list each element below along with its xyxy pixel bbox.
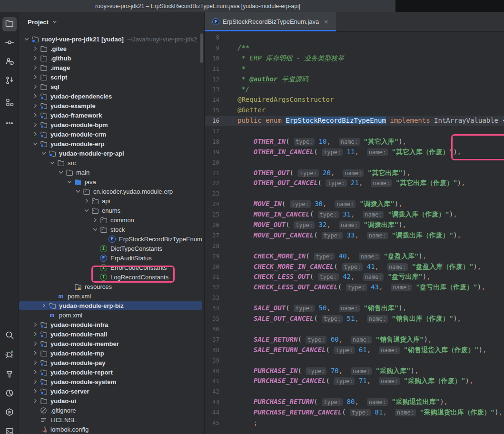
line-number[interactable]: 16 — [205, 116, 234, 126]
tree-item-yudao-module-erp-biz[interactable]: yudao-module-erp-biz — [19, 301, 202, 310]
tree-item-sql[interactable]: sql — [19, 82, 204, 91]
line-number[interactable]: 24 — [205, 199, 234, 209]
code-line-21[interactable]: 21 OTHER_OUT( type: 20, name: "其它出库"), — [205, 168, 504, 178]
line-number[interactable]: 45 — [205, 418, 234, 428]
tree-item-resources[interactable]: resources — [19, 282, 204, 291]
code-line-28[interactable]: 28 — [205, 241, 504, 251]
tree-item-yudao-module-system[interactable]: yudao-module-system — [19, 377, 204, 386]
line-number[interactable]: 31 — [205, 272, 234, 282]
tree-item-src[interactable]: src — [19, 158, 204, 168]
pull-requests-tool-button[interactable] — [2, 74, 17, 89]
line-number[interactable]: 11 — [205, 64, 234, 74]
line-number[interactable]: 20 — [205, 158, 234, 168]
tree-item-gitee[interactable]: .gitee — [19, 44, 204, 53]
tree-item-java[interactable]: java — [19, 177, 204, 187]
tree-item-logrecordconstants[interactable]: ILogRecordConstants — [19, 272, 204, 282]
tree-item-common[interactable]: common — [19, 215, 204, 225]
code-line-17[interactable]: 17 — [205, 126, 504, 137]
tree-scrollbar[interactable] — [200, 33, 203, 63]
code-line-35[interactable]: 35 SALE_OUT_CANCEL( type: 51, name: "销售出… — [205, 314, 504, 324]
tree-item-yudao-module-report[interactable]: yudao-module-report — [19, 367, 204, 377]
chevron-down-icon[interactable] — [82, 207, 91, 214]
code-line-11[interactable]: 11 * — [205, 64, 504, 74]
project-tool-button[interactable] — [2, 17, 17, 31]
tree-item-license[interactable]: LICENSE — [19, 415, 204, 424]
tree-item-yudao-module-pay[interactable]: yudao-module-pay — [19, 358, 204, 367]
tree-item-pom-xml[interactable]: mpom.xml — [19, 310, 204, 320]
tree-item-yudao-module-erp[interactable]: yudao-module-erp — [19, 139, 204, 148]
line-number[interactable]: 8 — [205, 32, 234, 43]
line-number[interactable]: 33 — [205, 293, 234, 303]
chevron-down-icon[interactable] — [91, 226, 99, 233]
tree-item-ruoyi-vue-pro-jdk21-yudao[interactable]: ruoyi-vue-pro-jdk21 [yudao]~/Java/ruoyi-… — [19, 34, 204, 44]
line-number[interactable]: 18 — [205, 137, 234, 147]
chevron-right-icon[interactable] — [31, 92, 40, 100]
code-line-23[interactable]: 23 — [205, 188, 504, 199]
code-line-27[interactable]: 27 MOVE_OUT_CANCEL( type: 33, name: "调拨出… — [205, 230, 504, 241]
tree-item-gitignore[interactable]: .gitignore — [19, 405, 204, 415]
line-number[interactable]: 17 — [205, 126, 234, 137]
code-line-33[interactable]: 33 — [205, 293, 504, 303]
chevron-right-icon[interactable] — [31, 387, 40, 395]
terminal-tool-button[interactable] — [2, 425, 17, 434]
chevron-down-icon[interactable] — [57, 168, 65, 176]
chevron-down-icon[interactable] — [65, 178, 74, 186]
tab-erpstockrecordbiztypeenum[interactable]: E ErpStockRecordBizTypeEnum.java ✕ — [205, 12, 336, 31]
line-number[interactable]: 42 — [205, 386, 234, 397]
line-number[interactable]: 32 — [205, 282, 234, 293]
chevron-right-icon[interactable] — [31, 130, 40, 138]
line-number[interactable]: 34 — [205, 303, 234, 314]
chevron-down-icon[interactable] — [51, 19, 58, 25]
code-line-16[interactable]: 16public enum ErpStockRecordBizTypeEnum … — [205, 116, 504, 126]
line-number[interactable]: 40 — [205, 366, 234, 376]
code-line-22[interactable]: 22 OTHER_OUT_CANCEL( type: 21, name: "其它… — [205, 178, 504, 188]
code-line-42[interactable]: 42 — [205, 386, 504, 397]
code-line-10[interactable]: 10 * ERP 库存明细 - 业务类型枚举 — [205, 53, 504, 64]
chevron-down-icon[interactable] — [22, 35, 31, 43]
tree-item-dicttypeconstants[interactable]: IDictTypeConstants — [19, 244, 204, 253]
code-line-13[interactable]: 13 */ — [205, 84, 504, 95]
chevron-right-icon[interactable] — [31, 102, 40, 109]
code-line-36[interactable]: 36 — [205, 324, 504, 335]
tree-item-lombok-config[interactable]: lombok.config — [19, 424, 204, 434]
tree-item-pom-xml[interactable]: mpom.xml — [19, 291, 204, 301]
chevron-right-icon[interactable] — [31, 349, 40, 357]
chevron-down-icon[interactable] — [74, 187, 82, 195]
chevron-down-icon[interactable] — [40, 149, 48, 157]
tree-item-main[interactable]: main — [19, 168, 204, 177]
tree-item-stock[interactable]: stock — [19, 225, 204, 234]
chevron-right-icon[interactable] — [31, 397, 40, 404]
debug-tool-button[interactable] — [2, 348, 17, 362]
tree-item-yudao-framework[interactable]: yudao-framework — [19, 110, 204, 120]
line-number[interactable]: 25 — [205, 209, 234, 220]
chevron-right-icon[interactable] — [31, 83, 40, 90]
structure-tool-button[interactable] — [2, 96, 17, 110]
code-line-26[interactable]: 26 MOVE_OUT( type: 32, name: "调拨出库"), — [205, 220, 504, 230]
code-line-34[interactable]: 34 SALE_OUT( type: 50, name: "销售出库"), — [205, 303, 504, 314]
code-line-32[interactable]: 32 CHECK_LESS_OUT_CANCEL( type: 43, name… — [205, 282, 504, 293]
more-tools-button[interactable] — [2, 117, 17, 131]
tree-item-enums[interactable]: enums — [19, 206, 204, 215]
line-number[interactable]: 13 — [205, 84, 234, 95]
line-number[interactable]: 12 — [205, 74, 234, 85]
chevron-right-icon[interactable] — [31, 321, 40, 328]
chevron-right-icon[interactable] — [31, 340, 40, 347]
tree-item-yudao-module-erp-api[interactable]: yudao-module-erp-api — [19, 148, 204, 158]
chevron-right-icon[interactable] — [31, 330, 40, 338]
close-icon[interactable]: ✕ — [324, 19, 328, 25]
tree-item-erpauditstatus[interactable]: EErpAuditStatus — [19, 253, 204, 263]
chevron-right-icon[interactable] — [31, 378, 40, 385]
tree-item-yudao-module-mall[interactable]: yudao-module-mall — [19, 329, 204, 339]
line-number[interactable]: 15 — [205, 105, 234, 116]
line-number[interactable]: 39 — [205, 355, 234, 366]
tree-item-yudao-module-crm[interactable]: yudao-module-crm — [19, 129, 204, 139]
code-line-37[interactable]: 37 SALE_RETURN( type: 60, name: "销售退货入库"… — [205, 335, 504, 345]
services-tool-button[interactable] — [2, 406, 17, 420]
collaboration-tool-button[interactable]: ? — [2, 55, 17, 69]
chevron-right-icon[interactable] — [31, 121, 40, 128]
code-editor[interactable]: 89/**10 * ERP 库存明细 - 业务类型枚举11 *12 * @aut… — [205, 32, 504, 428]
code-line-8[interactable]: 8 — [205, 32, 504, 43]
code-line-38[interactable]: 38 SALE_RETURN_CANCEL( type: 61, name: "… — [205, 345, 504, 355]
code-line-29[interactable]: 29 CHECK_MORE_IN( type: 40, name: "盘盈入库"… — [205, 251, 504, 262]
code-line-41[interactable]: 41 PURCHASE_IN_CANCEL( type: 71, name: "… — [205, 376, 504, 386]
